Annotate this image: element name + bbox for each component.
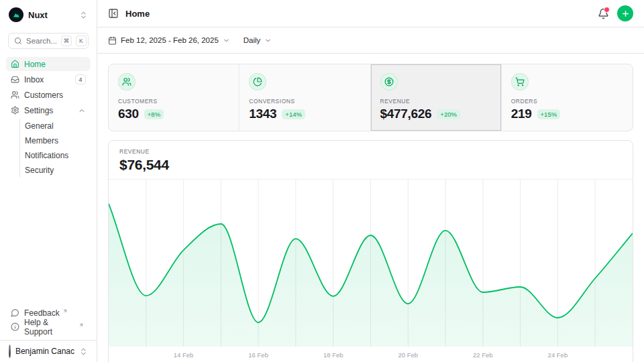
sidebar-subitem-label: General (25, 121, 54, 131)
footer-link-label: Feedback (24, 308, 60, 318)
user-menu[interactable]: Benjamin Canac (0, 341, 97, 362)
page-title: Home (125, 9, 150, 19)
stat-card-conversions[interactable]: CONVERSIONS1343+14% (239, 64, 370, 131)
page-content: CUSTOMERS630+8%CONVERSIONS1343+14%REVENU… (97, 54, 644, 362)
info-icon (11, 322, 19, 331)
chart-header: REVENUE $76,544 (109, 141, 633, 179)
revenue-chart-panel: REVENUE $76,544 14 Feb16 Feb18 Feb20 Feb… (108, 140, 633, 362)
chevron-down-icon (223, 37, 230, 44)
stat-value: 630 (118, 107, 139, 121)
inbox-count-badge: 4 (75, 74, 86, 84)
sidebar-subitem-label: Security (25, 166, 54, 175)
settings-icon (11, 106, 19, 115)
revenue-area-chart[interactable] (109, 179, 633, 347)
sidebar: Nuxt Search... ⌘ K HomeInbox4CustomersSe… (0, 0, 97, 362)
date-range-picker[interactable]: Feb 12, 2025 - Feb 26, 2025 (108, 36, 230, 45)
workspace-selector[interactable]: Nuxt (0, 6, 97, 23)
area-chart-svg (109, 180, 633, 347)
chart-metric-value: $76,544 (119, 157, 622, 173)
external-link-icon (62, 308, 68, 314)
stat-icon-circle (118, 73, 136, 90)
sidebar-spacer (0, 179, 97, 306)
inbox-icon (11, 75, 19, 84)
stat-label: ORDERS (511, 98, 623, 105)
sidebar-item-label: Home (24, 60, 46, 69)
stat-icon-circle (380, 73, 398, 90)
period-value: Daily (244, 36, 261, 44)
stat-value: 219 (511, 107, 532, 121)
stat-delta-badge: +15% (537, 109, 561, 119)
stat-delta-badge: +20% (437, 109, 460, 119)
footer-link-label: Help & Support (24, 318, 76, 337)
house-icon (11, 60, 19, 68)
avatar (9, 345, 11, 358)
stat-label: REVENUE (380, 98, 492, 105)
sidebar-subitem-label: Members (25, 136, 58, 145)
stat-card-revenue[interactable]: REVENUE$477,626+20% (371, 64, 502, 131)
sidebar-item-security[interactable]: Security (24, 163, 91, 178)
chart-pie-icon (253, 77, 262, 86)
page-header: Home (97, 0, 644, 27)
sidebar-subnav: GeneralMembersNotificationsSecurity (19, 119, 91, 178)
chevron-up-icon (78, 107, 86, 115)
x-axis-label: 16 Feb (248, 351, 268, 359)
sidebar-item-members[interactable]: Members (24, 133, 91, 148)
chart-metric-label: REVENUE (119, 148, 622, 155)
users-icon (122, 77, 131, 86)
search-icon (14, 37, 22, 45)
date-range-value: Feb 12, 2025 - Feb 26, 2025 (121, 36, 219, 44)
period-select[interactable]: Daily (244, 36, 272, 44)
chart-x-axis: 14 Feb16 Feb18 Feb20 Feb22 Feb24 Feb (109, 347, 633, 362)
notifications-button[interactable] (598, 8, 609, 19)
kbd-k-key: K (76, 36, 87, 46)
sidebar-nav: HomeInbox4CustomersSettingsGeneralMember… (0, 57, 97, 179)
sidebar-item-label: Customers (24, 90, 63, 100)
sidebar-item-inbox[interactable]: Inbox4 (6, 72, 91, 86)
kbd-meta-key: ⌘ (61, 36, 72, 46)
chevrons-up-down-icon (79, 11, 88, 19)
sidebar-item-general[interactable]: General (24, 119, 91, 133)
filter-toolbar: Feb 12, 2025 - Feb 26, 2025 Daily (97, 27, 644, 54)
plus-icon (621, 9, 630, 18)
x-axis-label: 20 Feb (398, 351, 418, 359)
search-input[interactable]: Search... ⌘ K (8, 33, 89, 49)
sidebar-item-notifications[interactable]: Notifications (24, 148, 91, 163)
sidebar-item-home[interactable]: Home (6, 57, 91, 71)
circle-dollar-icon (384, 77, 394, 86)
x-axis-label: 24 Feb (548, 351, 568, 359)
external-link-icon (78, 322, 84, 328)
main-area: Home Feb 12, 2025 - Feb 26, 2025 Daily (97, 0, 644, 362)
sidebar-footer-links: FeedbackHelp & Support (0, 306, 97, 334)
stat-card-orders[interactable]: ORDERS219+15% (502, 64, 633, 131)
sidebar-item-label: Settings (24, 106, 53, 115)
calendar-icon (108, 36, 117, 45)
app-window: Nuxt Search... ⌘ K HomeInbox4CustomersSe… (0, 0, 644, 362)
stat-card-customers[interactable]: CUSTOMERS630+8% (109, 64, 239, 131)
sidebar-item-settings[interactable]: Settings (6, 103, 91, 117)
chevrons-up-down-icon (79, 347, 88, 356)
stats-row: CUSTOMERS630+8%CONVERSIONS1343+14%REVENU… (108, 64, 633, 131)
stat-value: $477,626 (380, 107, 432, 121)
notification-dot (604, 7, 610, 13)
search-placeholder: Search... (26, 37, 57, 45)
user-name: Benjamin Canac (15, 347, 74, 356)
users-icon (11, 90, 19, 99)
x-axis-label: 22 Feb (473, 351, 493, 359)
stat-icon-circle (511, 73, 529, 90)
footer-link-help-support[interactable]: Help & Support (6, 320, 91, 334)
nuxt-logo-icon (9, 7, 23, 22)
add-button[interactable] (617, 5, 633, 21)
workspace-name: Nuxt (28, 10, 48, 20)
sidebar-item-label: Inbox (24, 75, 44, 84)
stat-label: CUSTOMERS (118, 98, 229, 105)
sidebar-subitem-label: Notifications (25, 151, 68, 160)
stat-delta-badge: +14% (282, 109, 305, 119)
sidebar-collapse-icon[interactable] (108, 8, 119, 19)
sidebar-item-customers[interactable]: Customers (6, 88, 91, 102)
x-axis-label: 14 Feb (174, 351, 194, 359)
chevron-down-icon (264, 37, 272, 44)
shopping-cart-icon (515, 77, 525, 86)
header-actions (598, 5, 633, 21)
message-circle-icon (11, 308, 19, 317)
stat-delta-badge: +8% (144, 109, 164, 119)
